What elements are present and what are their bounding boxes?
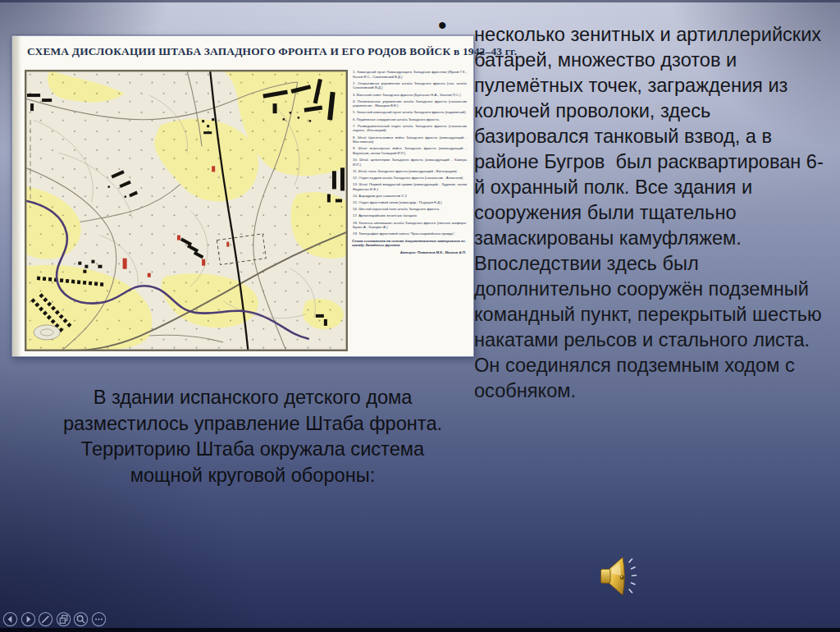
pen-tools-button[interactable] xyxy=(38,611,53,627)
presentation-slide: СХЕМА ДИСЛОКАЦИИ ШТАБА ЗАПАДНОГО ФРОНТА … xyxy=(0,0,840,632)
map-legend-list: 1. Командный пункт Командующего Западным… xyxy=(352,70,468,236)
map-figure: СХЕМА ДИСЛОКАЦИИ ШТАБА ЗАПАДНОГО ФРОНТА … xyxy=(11,35,474,357)
map-hill xyxy=(34,325,60,340)
legend-item: 14. Аэродром для самолетов У-2 xyxy=(353,194,467,199)
map-legend-note: Схема составлена на основе документальны… xyxy=(352,239,468,248)
legend-item: 4. Политическое управление штаба Западно… xyxy=(353,99,467,108)
legend-item: 16. Шестой охранный полк штаба Западного… xyxy=(353,207,467,212)
legend-item: 18. Колонна автомашин штаба Западного фр… xyxy=(353,221,467,230)
previous-slide-button[interactable] xyxy=(2,611,18,627)
legend-item: 3. Военный совет Западного фронта (Булга… xyxy=(353,93,467,98)
legend-item: 12. Отдел кадров штаба Западного фронта … xyxy=(353,176,467,181)
map-title: СХЕМА ДИСЛОКАЦИИ ШТАБА ЗАПАДНОГО ФРОНТА … xyxy=(27,45,467,58)
caption-text: В здании испанского детского дома размес… xyxy=(48,385,458,488)
map-legend: 1. Командный пункт Командующего Западным… xyxy=(352,70,468,350)
legend-item: 15. Отдел фронтовой связи (командир - Пс… xyxy=(353,200,467,205)
legend-item: 7. Разведывательный отдел штаба Западног… xyxy=(353,124,467,133)
next-slide-button[interactable] xyxy=(21,611,36,627)
speaker-icon[interactable] xyxy=(592,552,643,602)
map-drawing xyxy=(25,70,348,351)
legend-item: 17. Артиллерийские зенитные батареи. xyxy=(353,213,467,218)
slideshow-controls xyxy=(2,611,107,627)
legend-item: 2. Оперативное управление штаба Западног… xyxy=(353,81,467,90)
legend-item: 1. Командный пункт Командующего Западным… xyxy=(353,70,467,79)
legend-item: 8. Штаб бронетанковых войск Западного фр… xyxy=(353,135,467,144)
bullet-marker: • xyxy=(438,13,447,38)
map-legend-authors: Авторы: Пламенов М.К., Мягков А.П. xyxy=(352,250,468,255)
legend-item: 9. Штаб инженерных войск Западного фронт… xyxy=(353,146,467,155)
legend-item: 10. Штаб артиллерии Западного фронта (ко… xyxy=(353,158,467,167)
body-text: несколько зенитных и артиллерийских бата… xyxy=(474,22,830,404)
legend-item: 19. Типография фронтовой газеты "Красноа… xyxy=(353,231,467,236)
sound-waves-icon xyxy=(629,559,637,593)
legend-item: 13. Штаб Первой воздушной армии (команду… xyxy=(353,182,467,191)
see-all-slides-button[interactable] xyxy=(56,611,71,627)
map-svg xyxy=(25,71,347,350)
scanned-page-edge xyxy=(12,36,21,356)
ellipsis-icon xyxy=(95,619,103,621)
zoom-button[interactable] xyxy=(73,611,89,627)
legend-item: 5. Запасной командный пункт штаба Западн… xyxy=(353,110,467,115)
more-options-button[interactable] xyxy=(91,611,107,627)
screen-bottom-strip xyxy=(0,628,840,632)
legend-item: 11. Штаб тыла Западного фронта (командую… xyxy=(353,169,467,174)
legend-item: 6. Подземные сооружения штаба Западного … xyxy=(353,117,467,122)
